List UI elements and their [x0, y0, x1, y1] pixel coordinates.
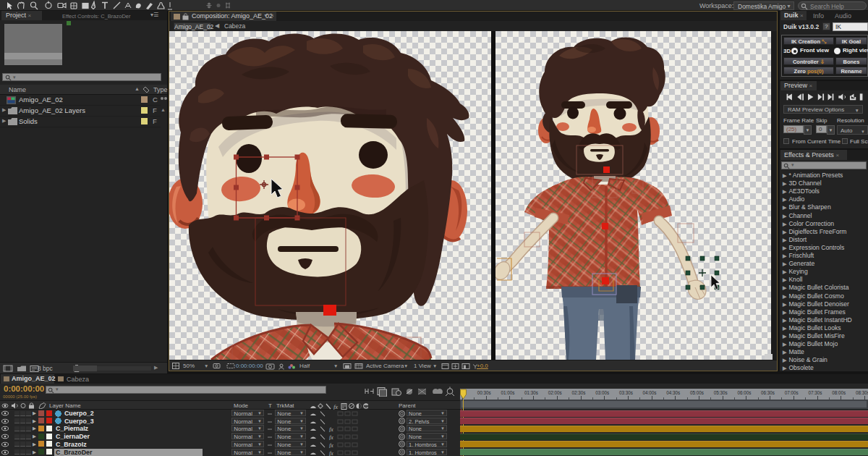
svg-text:fx: fx: [329, 426, 333, 432]
svg-text:fx: fx: [333, 402, 338, 410]
svg-text:fx: fx: [329, 442, 333, 448]
svg-text:fx: fx: [329, 450, 333, 456]
svg-text:fx: fx: [329, 434, 333, 440]
